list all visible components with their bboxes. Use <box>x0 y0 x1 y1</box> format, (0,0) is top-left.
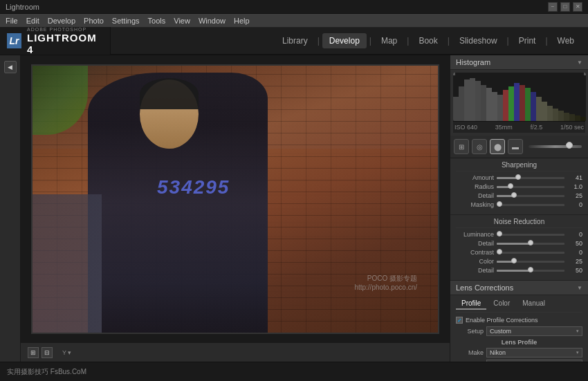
noise-detail-slider[interactable] <box>497 243 564 245</box>
enable-profile-label: Enable Profile Corrections <box>466 317 538 324</box>
nav-library[interactable]: Library <box>275 33 315 48</box>
sharpening-detail-slider[interactable] <box>497 195 564 197</box>
svg-rect-15 <box>531 92 536 121</box>
person-hair <box>140 78 199 109</box>
noise-colordetail-slider[interactable] <box>497 270 564 272</box>
adobe-label: ADOBE PHOTOSHOP <box>27 27 103 32</box>
menu-photo[interactable]: Photo <box>84 17 104 25</box>
histogram-header[interactable]: Histogram ▼ <box>450 55 588 70</box>
histogram-section: ISO 640 35mm f/2.5 1/50 sec <box>450 70 588 136</box>
photo-container: 534295 POCO 摄影专题 http://photo.poco.cn/ <box>21 55 450 342</box>
setup-value[interactable]: Custom ▾ <box>486 326 582 336</box>
tool-dot[interactable]: ⬤ <box>490 139 505 154</box>
main-content: ◀ <box>0 55 588 362</box>
street-area <box>33 194 102 333</box>
noise-colordetail-row: Detail 50 <box>456 267 582 274</box>
menu-develop[interactable]: Develop <box>48 17 75 25</box>
sharpening-title: Sharpening <box>456 161 582 171</box>
nav-book[interactable]: Book <box>412 33 444 48</box>
zoom-fit-button[interactable]: ⊞ <box>28 347 39 358</box>
app-name: LIGHTROOM 4 <box>27 32 103 55</box>
tool-bar[interactable]: ▬ <box>508 139 523 154</box>
svg-rect-9 <box>497 95 503 121</box>
sharpening-radius-slider[interactable] <box>497 186 564 188</box>
lr-text-block: ADOBE PHOTOSHOP LIGHTROOM 4 <box>27 27 103 55</box>
enable-profile-checkbox[interactable]: ✓ <box>456 317 463 324</box>
left-panel-toggle[interactable]: ◀ <box>4 61 17 73</box>
svg-rect-8 <box>492 92 497 121</box>
noise-luminance-label: Luminance <box>456 231 494 238</box>
model-value[interactable]: Nikon AF-S DX NIKKOR 35mm... ▾ <box>486 360 582 362</box>
menu-edit[interactable]: Edit <box>26 17 39 25</box>
noise-detail-value: 50 <box>567 240 582 247</box>
lens-corrections-header[interactable]: Lens Corrections ▼ <box>450 281 588 295</box>
noise-colordetail-value: 50 <box>567 267 582 274</box>
master-slider-thumb[interactable] <box>566 142 573 149</box>
lens-corrections-section: Profile Color Manual ✓ Enable Profile Co… <box>450 295 588 362</box>
make-row: Make Nikon ▾ <box>456 348 582 357</box>
noise-colordetail-thumb <box>528 267 533 272</box>
svg-rect-26 <box>584 73 586 75</box>
lens-tab-profile[interactable]: Profile <box>456 298 486 310</box>
svg-rect-10 <box>503 90 508 121</box>
status-bar: 实用摄影技巧 FsBus.CoM <box>0 362 588 381</box>
lens-corrections-title: Lens Corrections <box>456 284 513 292</box>
noise-colordetail-label: Detail <box>456 267 494 274</box>
noise-luminance-slider[interactable] <box>497 234 564 236</box>
noise-color-value: 25 <box>567 258 582 265</box>
nav-slideshow[interactable]: Slideshow <box>452 33 504 48</box>
minimize-button[interactable]: − <box>548 2 558 12</box>
nav-web[interactable]: Web <box>551 33 581 48</box>
model-row: Model Nikon AF-S DX NIKKOR 35mm... ▾ <box>456 360 582 362</box>
svg-rect-20 <box>558 111 564 121</box>
sharpening-radius-label: Radius <box>456 183 494 190</box>
noise-color-thumb <box>511 258 517 263</box>
svg-rect-17 <box>542 102 547 121</box>
lens-tab-color[interactable]: Color <box>488 298 515 310</box>
svg-rect-18 <box>547 106 553 121</box>
menu-view[interactable]: View <box>174 17 190 25</box>
master-slider-track[interactable] <box>529 145 582 148</box>
photo-frame[interactable]: 534295 POCO 摄影专题 http://photo.poco.cn/ <box>31 64 439 334</box>
lens-tab-manual[interactable]: Manual <box>517 298 551 310</box>
photo-area: 534295 POCO 摄影专题 http://photo.poco.cn/ ⊞… <box>21 55 450 362</box>
svg-rect-13 <box>520 85 525 121</box>
focal-info: 35mm <box>495 124 513 131</box>
svg-rect-4 <box>470 78 475 121</box>
zoom-label: Y ▾ <box>62 349 71 356</box>
tool-circle[interactable]: ◎ <box>472 139 487 154</box>
histogram-info: ISO 640 35mm f/2.5 1/50 sec <box>453 121 585 133</box>
svg-rect-23 <box>575 115 580 121</box>
lens-profile-title: Lens Profile <box>456 339 582 346</box>
make-label: Make <box>456 349 484 356</box>
menu-window[interactable]: Window <box>199 17 226 25</box>
aperture-info: f/2.5 <box>531 124 543 131</box>
menu-settings[interactable]: Settings <box>112 17 140 25</box>
sharpening-masking-slider[interactable] <box>497 204 564 206</box>
nav-print[interactable]: Print <box>512 33 543 48</box>
noise-color-slider[interactable] <box>497 261 564 263</box>
noise-color-row: Color 25 <box>456 258 582 265</box>
nav-map[interactable]: Map <box>374 33 404 48</box>
sharpening-amount-slider[interactable] <box>497 177 564 179</box>
noise-contrast-slider[interactable] <box>497 252 564 254</box>
menu-tools[interactable]: Tools <box>148 17 166 25</box>
sharpening-detail-row: Detail 25 <box>456 192 582 199</box>
tool-grid[interactable]: ⊞ <box>454 139 469 154</box>
sharpening-radius-value: 1.0 <box>567 183 582 190</box>
noise-luminance-value: 0 <box>567 231 582 238</box>
menu-help[interactable]: Help <box>234 17 250 25</box>
menu-bar: File Edit Develop Photo Settings Tools V… <box>0 14 588 28</box>
sharpening-detail-value: 25 <box>567 192 582 199</box>
zoom-full-button[interactable]: ⊟ <box>42 347 53 358</box>
nav-develop[interactable]: Develop <box>322 33 367 48</box>
close-button[interactable]: ✕ <box>573 2 582 12</box>
noise-color-label: Color <box>456 258 494 265</box>
maximize-button[interactable]: □ <box>560 2 570 12</box>
make-value[interactable]: Nikon ▾ <box>486 348 582 357</box>
sharpening-masking-thumb <box>497 201 502 207</box>
zoom-controls: ⊞ ⊟ <box>28 347 53 358</box>
photo-toolbar: ⊞ ⊟ Y ▾ <box>21 342 450 362</box>
menu-file[interactable]: File <box>6 17 18 25</box>
svg-rect-14 <box>525 88 531 121</box>
